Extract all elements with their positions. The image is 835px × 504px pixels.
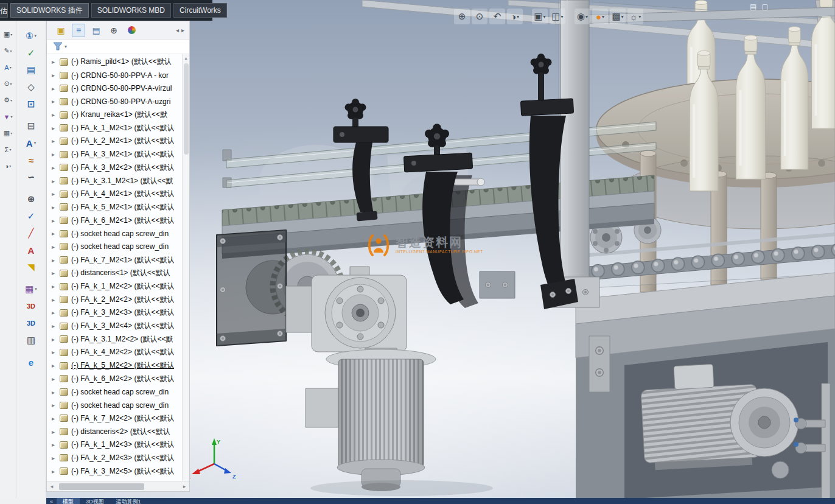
- edrawings-publish-button[interactable]: e: [18, 354, 44, 370]
- section-flyout-button[interactable]: ◑▾: [0, 158, 16, 173]
- section-view-button[interactable]: ◑▾: [507, 9, 523, 24]
- expand-arrow-icon[interactable]: ▸: [52, 270, 60, 276]
- zoom-in-button[interactable]: ⊕: [454, 9, 470, 24]
- model-tab-3[interactable]: 运动算例1: [110, 498, 147, 504]
- tree-item[interactable]: ▸(-) FA_k_3_M2<5> (默认<<默认: [47, 464, 182, 478]
- expand-arrow-icon[interactable]: ▸: [52, 138, 60, 144]
- expand-arrow-icon[interactable]: ▸: [52, 164, 60, 171]
- expand-arrow-icon[interactable]: ▸: [52, 217, 60, 224]
- tree-item[interactable]: ▸(-) distanceris<1> (默认<<默认: [47, 267, 182, 280]
- tree-item[interactable]: ▸(-) FA_k_5_M2<2> (默认<<默认: [47, 359, 182, 373]
- tree-item[interactable]: ▸(-) socket head cap screw_din: [47, 385, 182, 399]
- displaymanager-tab[interactable]: [125, 24, 138, 37]
- propertymanager-tab[interactable]: ▤: [89, 24, 103, 37]
- geometric-tolerance-button[interactable]: ⊕: [18, 191, 44, 207]
- measure-flyout-button[interactable]: ▦▾: [0, 125, 16, 141]
- datum-feature-button[interactable]: ◇: [18, 79, 44, 95]
- tree-item[interactable]: ▸(-) FA_k_6_M2<1> (默认<<默认: [47, 214, 182, 227]
- horizontal-scroll-track[interactable]: [57, 481, 180, 491]
- tree-item[interactable]: ▸(-) FA_k_5_M2<1> (默认<<默认: [47, 201, 182, 214]
- scroll-right-icon[interactable]: ▸: [180, 483, 189, 489]
- pane-float-icon[interactable]: ▢: [761, 2, 768, 11]
- tree-item[interactable]: ▸(-) socket head cap screw_din: [47, 227, 182, 240]
- commandmanager-tab-2[interactable]: SOLIDWORKS MBD: [91, 3, 171, 18]
- tree-item[interactable]: ▸(-) FA_k_1_M2<3> (默认<<默认: [47, 438, 182, 452]
- horizontal-scroll-thumb[interactable]: [59, 483, 144, 490]
- expand-arrow-icon[interactable]: ▸: [52, 309, 60, 316]
- filter-funnel-icon[interactable]: [53, 42, 63, 51]
- tree-item[interactable]: ▸(-) Kranu_reika<1> (默认<<默: [47, 108, 182, 122]
- tree-item[interactable]: ▸(-) FA_k_1_M2<2> (默认<<默认: [47, 280, 182, 293]
- tree-item[interactable]: ▸(-) FA_k_2_M2<1> (默认<<默认: [47, 135, 182, 148]
- expand-arrow-icon[interactable]: ▸: [52, 151, 60, 158]
- expand-arrow-icon[interactable]: ▸: [52, 429, 60, 435]
- expand-arrow-icon[interactable]: ▸: [52, 85, 60, 92]
- evaluate-flyout-button[interactable]: ⊙▾: [0, 76, 16, 91]
- tree-item[interactable]: ▸(-) FA_k_7_M2<1> (默认<<默认: [47, 253, 182, 267]
- magnetic-line-button[interactable]: ⊟: [18, 118, 44, 134]
- tree-item[interactable]: ▸(-) FA_k_2_M2<2> (默认<<默认: [47, 293, 182, 306]
- expand-arrow-icon[interactable]: ▸: [52, 376, 60, 382]
- expand-arrow-icon[interactable]: ▸: [52, 389, 60, 396]
- tree-item[interactable]: ▸(-) FA_k_6_M2<2> (默认<<默认: [47, 373, 182, 386]
- model-tab-2[interactable]: 3D视图: [80, 498, 110, 504]
- apply-scene-button[interactable]: ▩▾: [610, 9, 626, 24]
- mass-props-flyout-button[interactable]: Σ▾: [0, 142, 16, 157]
- tree-item[interactable]: ▸(-) CRDNG-50-80-PPV-A-virzul: [47, 82, 182, 95]
- edit-appearance-button[interactable]: ●▾: [592, 9, 608, 24]
- tree-item[interactable]: ▸(-) Ramis_pild<1> (默认<<默认: [47, 55, 182, 69]
- tree-item[interactable]: ▸(-) socket head cap screw_din: [47, 399, 182, 412]
- tree-item[interactable]: ▸(-) FA_k_3_M2<4> (默认<<默认: [47, 320, 182, 333]
- view-settings-button[interactable]: ☼▾: [627, 9, 643, 24]
- tree-item[interactable]: ▸(-) FA_k_3_M2<1> (默认<<默认: [47, 148, 182, 161]
- vertical-scroll-thumb[interactable]: [184, 63, 189, 155]
- expand-arrow-icon[interactable]: ▸: [52, 111, 60, 118]
- dimxpertmanager-tab[interactable]: ⊕: [107, 24, 121, 37]
- display-style-button[interactable]: ◫▾: [550, 9, 565, 24]
- expand-arrow-icon[interactable]: ▸: [52, 415, 60, 422]
- commandmanager-tab-1[interactable]: SOLIDWORKS 插件: [10, 3, 89, 18]
- previous-view-button[interactable]: ↶: [489, 9, 505, 24]
- expand-arrow-icon[interactable]: ▸: [52, 243, 60, 250]
- tree-item[interactable]: ▸(-) FA_k_3.1_M2<1> (默认<<默: [47, 174, 182, 187]
- expand-arrow-icon[interactable]: ▸: [52, 336, 60, 343]
- expand-arrow-icon[interactable]: ▸: [52, 283, 60, 290]
- tree-item[interactable]: ▸(-) FA_k_1_M2<1> (默认<<默认: [47, 121, 182, 135]
- hide-show-items-button[interactable]: ◉▾: [575, 9, 590, 24]
- mount-bracket[interactable]: [480, 271, 515, 298]
- design-check-button[interactable]: ✓: [18, 208, 44, 224]
- assembly-top[interactable]: ▣: [54, 24, 68, 37]
- surface-finish-button[interactable]: ∽: [18, 169, 44, 185]
- tree-item[interactable]: ▸(-) CRDNG-50-80-PPV-A-uzgri: [47, 95, 182, 108]
- tree-item[interactable]: ▸(-) FA_k_7_M2<2> (默认<<默认: [47, 412, 182, 425]
- commandmanager-tab-partial[interactable]: 估: [0, 3, 8, 18]
- sketch-flyout-button[interactable]: ✎▾: [0, 43, 16, 58]
- filter-caret-icon[interactable]: ▾: [65, 44, 67, 49]
- expand-arrow-icon[interactable]: ▸: [52, 441, 60, 448]
- expand-arrow-icon[interactable]: ▸: [52, 178, 60, 184]
- settings-flyout-button[interactable]: ⚙▾: [0, 93, 16, 108]
- view-orientation-button[interactable]: ▣▾: [532, 9, 548, 24]
- expand-arrow-icon[interactable]: ▸: [52, 191, 60, 197]
- 3d-view-capture-button[interactable]: 3D: [18, 298, 44, 314]
- tree-item[interactable]: ▸(-) FA_k_3_M2<3> (默认<<默认: [47, 306, 182, 320]
- weld-symbol-button[interactable]: ≈: [18, 152, 44, 168]
- scroll-up-icon[interactable]: ▴: [184, 55, 187, 61]
- dimension-set-button[interactable]: ▥: [18, 332, 44, 348]
- 3d-pdf-publish-button[interactable]: 3D: [18, 315, 44, 331]
- general-table-button[interactable]: ▦▾: [18, 281, 44, 297]
- expand-arrow-icon[interactable]: ▸: [52, 468, 60, 475]
- tree-item[interactable]: ▸(-) socket head cap screw_din: [47, 240, 182, 254]
- featuremanager-tab[interactable]: ≡: [72, 24, 85, 37]
- expand-arrow-icon[interactable]: ▸: [52, 204, 60, 211]
- pane-collapse-icon[interactable]: ▤: [750, 2, 756, 11]
- format-text-button[interactable]: A: [18, 242, 44, 258]
- tree-item[interactable]: ▸(-) FA_k_2_M2<3> (默认<<默认: [47, 452, 182, 465]
- expand-arrow-icon[interactable]: ▸: [52, 296, 60, 303]
- balloon-button[interactable]: ①▾: [18, 28, 44, 44]
- expand-arrow-icon[interactable]: ▸: [52, 323, 60, 329]
- zoom-to-fit-button[interactable]: ⊙: [472, 9, 487, 24]
- tree-item[interactable]: ▸(-) CRDNG-50-80-PPV-A - kor: [47, 69, 182, 82]
- tab-scroll-left-icon[interactable]: ◂: [175, 27, 180, 33]
- tree-item[interactable]: ▸(-) FA_k_4_M2<1> (默认<<默认: [47, 187, 182, 201]
